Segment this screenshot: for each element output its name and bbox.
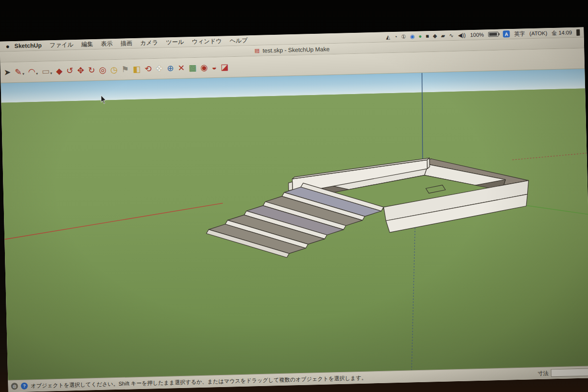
photo-of-projected-screen: { "menu_bar": { "apple_logo": "●", "app_… [0, 0, 588, 392]
arc-tool[interactable]: ◠▾ [26, 66, 39, 78]
push-pull-tool[interactable]: ◆ [54, 65, 64, 76]
layout-button[interactable]: ◪ [219, 61, 230, 73]
battery-icon [488, 32, 498, 37]
pan-tool-icon: ❖ [155, 64, 163, 74]
zoom-extents-tool[interactable]: ✕ [176, 62, 187, 74]
dropdown-caret-icon[interactable]: ▾ [22, 72, 24, 76]
geolocation-icon[interactable]: ◍ [11, 383, 18, 390]
select-tool[interactable]: ➤ [2, 67, 13, 78]
line-tool[interactable]: ✎▾ [13, 66, 26, 78]
offset-tool-icon: ◎ [99, 65, 106, 74]
tray-icon-6[interactable]: ■ [426, 33, 429, 39]
sketchup-badge-icon: ◉ [200, 63, 208, 72]
tape-measure-tool[interactable]: ◷ [109, 64, 119, 76]
app-menu-sketchup[interactable]: SketchUp [14, 42, 42, 49]
menu-item-1[interactable]: ファイル [49, 40, 74, 49]
input-mode-label[interactable]: 英字 [514, 30, 525, 38]
tray-icon-7[interactable]: ◆ [433, 33, 437, 38]
dropdown-caret-icon[interactable]: ▾ [50, 71, 52, 76]
help-icon[interactable]: ? [21, 382, 27, 389]
line-tool-icon: ✎ [15, 68, 22, 77]
red-axis-solid [4, 203, 223, 240]
rectangle-tool-icon: ▭ [42, 67, 50, 76]
menu-bar-clock[interactable]: 金 14:09 [552, 29, 572, 37]
mouse-cursor [101, 95, 106, 103]
menu-item-3[interactable]: 表示 [101, 40, 113, 49]
menu-item-4[interactable]: 描画 [121, 39, 132, 48]
model-scene [1, 69, 588, 380]
materials-window[interactable]: ▦ [187, 62, 198, 74]
follow-me-tool[interactable]: ↺ [65, 65, 75, 76]
back-wall-notch [289, 182, 293, 191]
menu-extra-icon[interactable] [576, 29, 580, 35]
offset-tool[interactable]: ◎ [98, 64, 108, 76]
follow-me-tool-icon: ↺ [66, 66, 74, 75]
paint-bucket-tool[interactable]: ◧ [131, 64, 143, 75]
materials-window-icon: ▦ [189, 63, 197, 73]
tray-icon-5[interactable]: ● [418, 33, 422, 39]
tray-icon-9[interactable]: ∿ [449, 33, 453, 38]
select-tool-icon: ➤ [4, 68, 11, 77]
dropdown-caret-icon[interactable]: ▾ [36, 72, 38, 76]
tray-icon-4[interactable]: ◉ [410, 33, 415, 39]
components-window[interactable]: ◒ [210, 62, 219, 73]
tray-icons: ◭◔①◉●■◆▰∿ [386, 33, 453, 40]
measurements-label: 寸法 [538, 369, 548, 377]
rotate-tool[interactable]: ↻ [87, 65, 97, 76]
menu-item-8[interactable]: ヘルプ [229, 36, 247, 45]
rectangle-tool[interactable]: ▭▾ [40, 66, 54, 77]
volume-icon[interactable]: ◀)) [458, 32, 466, 38]
menu-item-2[interactable]: 編集 [81, 40, 93, 49]
red-axis-dashed [512, 153, 587, 160]
dimension-tool[interactable]: ⚑ [120, 64, 131, 75]
menu-item-7[interactable]: ウィンドウ [192, 37, 222, 46]
blue-axis-dashed [408, 228, 418, 370]
components-window-icon: ◒ [212, 63, 217, 72]
move-tool-icon: ✥ [77, 66, 84, 75]
input-source-icon[interactable]: A [503, 30, 510, 37]
orbit-tool[interactable]: ⟲ [143, 63, 153, 74]
push-pull-tool-icon: ◆ [56, 67, 63, 76]
measurements-box[interactable] [551, 368, 588, 377]
tray-icon-3[interactable]: ① [401, 34, 406, 39]
tape-measure-tool-icon: ◷ [110, 65, 118, 74]
menu-item-5[interactable]: カメラ [140, 38, 158, 47]
layout-button-icon: ◪ [220, 62, 229, 72]
move-tool[interactable]: ✥ [75, 65, 86, 76]
orbit-tool-icon: ⟲ [145, 64, 152, 74]
window-title: test.skp - SketchUp Make [263, 46, 330, 54]
document-icon: ▤ [254, 48, 260, 54]
sketchup-badge[interactable]: ◉ [199, 62, 209, 74]
battery-percent: 100% [470, 32, 484, 38]
tray-icon-2[interactable]: ◔ [394, 34, 397, 39]
model-geometry [205, 155, 531, 259]
arc-tool-icon: ◠ [28, 67, 35, 76]
back-wall-end-cap [427, 158, 430, 169]
apple-menu-icon[interactable]: ● [5, 43, 9, 50]
zoom-tool[interactable]: ⊕ [165, 63, 175, 74]
ime-name-label: (ATOK) [529, 30, 547, 36]
green-axis-solid [527, 204, 588, 216]
rotate-tool-icon: ↻ [88, 66, 96, 75]
sketchup-application-window: ● SketchUp ファイル編集表示描画カメラツールウィンドウヘルプ ◭◔①◉… [0, 27, 588, 392]
blue-axis-solid [420, 73, 424, 159]
dimension-tool-icon: ⚑ [122, 65, 129, 74]
tray-icon-1[interactable]: ◭ [386, 34, 390, 40]
zoom-tool-icon: ⊕ [167, 64, 174, 73]
tray-icon-8[interactable]: ▰ [441, 33, 445, 38]
zoom-extents-tool-icon: ✕ [178, 63, 185, 73]
menu-item-6[interactable]: ツール [166, 38, 184, 47]
paint-bucket-tool-icon: ◧ [133, 65, 141, 74]
model-viewport[interactable] [1, 69, 588, 380]
pan-tool[interactable]: ❖ [154, 63, 165, 74]
